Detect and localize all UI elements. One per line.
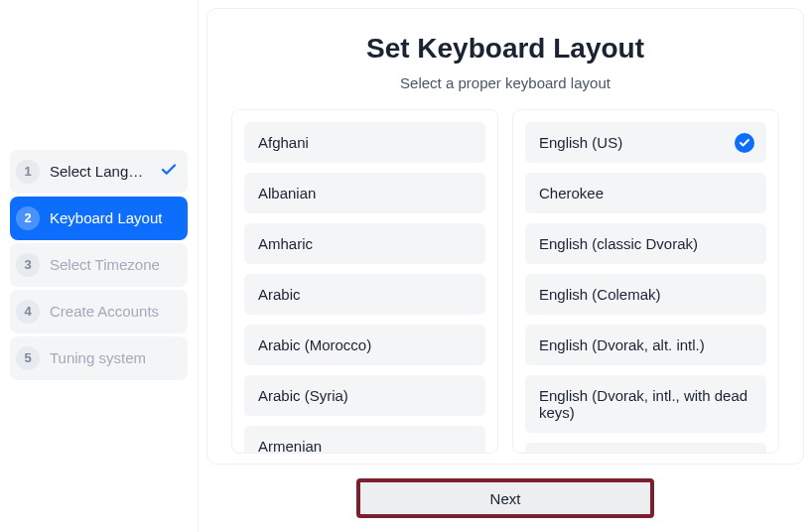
step-label: Create Accounts <box>50 303 178 320</box>
layout-option-label: English (US) <box>539 134 622 151</box>
selected-check-icon <box>735 133 754 153</box>
layout-option-label: English (Colemak) <box>539 286 661 303</box>
layout-option[interactable]: English (Dvorak, alt. intl.) <box>525 325 766 365</box>
layout-option-label: Albanian <box>258 185 316 201</box>
step-label: Select Langu… <box>50 163 150 180</box>
layout-option-label: Amharic <box>258 235 313 252</box>
layout-option-label: Cherokee <box>539 185 604 201</box>
wizard-sidebar: 1 Select Langu… 2 Keyboard Layout 3 Sele… <box>0 0 199 532</box>
layout-option[interactable]: English (classic Dvorak) <box>525 223 766 264</box>
main-panel: Set Keyboard Layout Select a proper keyb… <box>199 0 812 532</box>
layout-option[interactable]: English (Dvorak, intl., with dead keys) <box>525 375 766 433</box>
layout-option-label: Arabic <box>258 286 301 303</box>
app-root: 1 Select Langu… 2 Keyboard Layout 3 Sele… <box>0 0 812 532</box>
content-card: Set Keyboard Layout Select a proper keyb… <box>206 8 804 465</box>
step-number: 3 <box>16 253 40 277</box>
step-select-language[interactable]: 1 Select Langu… <box>10 150 188 194</box>
footer: Next <box>206 465 804 524</box>
layout-option-label: Afghani <box>258 134 309 151</box>
step-label: Select Timezone <box>50 256 178 273</box>
layout-option-label: Arabic (Syria) <box>258 387 348 404</box>
layout-columns: AfghaniAlbanianAmharicArabicArabic (Moro… <box>231 109 779 454</box>
step-number: 1 <box>16 160 40 184</box>
next-button[interactable]: Next <box>356 478 654 518</box>
layout-list-left[interactable]: AfghaniAlbanianAmharicArabicArabic (Moro… <box>231 109 498 454</box>
step-keyboard-layout[interactable]: 2 Keyboard Layout <box>10 197 188 240</box>
layout-list-right[interactable]: English (US)CherokeeEnglish (classic Dvo… <box>512 109 779 454</box>
layout-option[interactable]: Arabic <box>244 274 485 315</box>
layout-option-label: English (Dvorak, alt. intl.) <box>539 336 705 353</box>
step-tuning-system[interactable]: 5 Tuning system <box>10 336 188 380</box>
layout-option-label: English (Dvorak, intl., with dead keys) <box>539 387 747 421</box>
layout-option[interactable]: Armenian <box>244 426 485 454</box>
step-create-accounts[interactable]: 4 Create Accounts <box>10 290 188 333</box>
step-number: 2 <box>16 206 40 230</box>
layout-option[interactable]: Afghani <box>244 122 485 163</box>
layout-option[interactable]: Amharic <box>244 223 485 264</box>
layout-option-label: English (classic Dvorak) <box>539 235 698 252</box>
step-select-timezone[interactable]: 3 Select Timezone <box>10 243 188 287</box>
layout-option-label: Armenian <box>258 438 322 454</box>
step-number: 4 <box>16 300 40 324</box>
layout-option[interactable]: English (Colemak) <box>525 274 766 315</box>
step-label: Keyboard Layout <box>50 209 178 226</box>
step-number: 5 <box>16 346 40 370</box>
step-label: Tuning system <box>50 349 178 366</box>
layout-option[interactable]: Albanian <box>244 173 485 213</box>
layout-option[interactable]: English (Dvorak, left-handed) <box>525 443 766 454</box>
layout-option[interactable]: Arabic (Syria) <box>244 375 485 416</box>
page-title: Set Keyboard Layout <box>231 33 779 65</box>
check-icon <box>160 161 178 182</box>
layout-option[interactable]: English (US) <box>525 122 766 163</box>
layout-option[interactable]: Arabic (Morocco) <box>244 325 485 365</box>
page-subtitle: Select a proper keyboard layout <box>231 74 779 91</box>
layout-option-label: Arabic (Morocco) <box>258 336 371 353</box>
layout-option[interactable]: Cherokee <box>525 173 766 213</box>
